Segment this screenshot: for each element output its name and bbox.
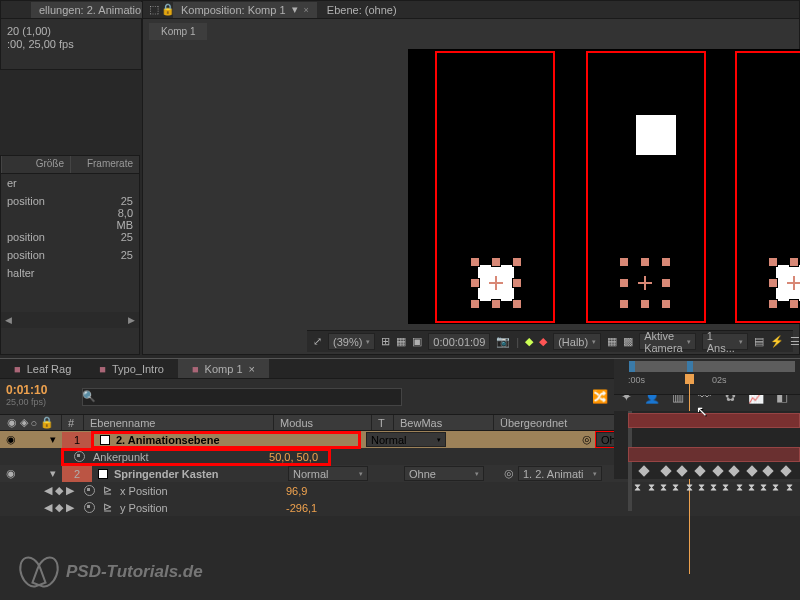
composition-panel: ⬚🔒 Komposition: Komp 1▾× Ebene: (ohne) K… [142, 0, 800, 355]
blend-mode-dropdown[interactable]: Normal▾ [366, 432, 446, 447]
timeline-tab-leaf[interactable]: ■Leaf Rag [0, 359, 85, 378]
grid-icon[interactable]: ⊞ [381, 333, 390, 351]
keyframe-icon[interactable] [660, 465, 671, 476]
anchor-point-icon[interactable] [489, 276, 503, 290]
fast-preview-icon[interactable]: ⚡ [770, 333, 784, 351]
project-row[interactable]: halter [1, 264, 139, 282]
project-columns: Größe Framerate [1, 156, 139, 174]
stopwatch-icon[interactable] [84, 485, 95, 496]
layer-bar[interactable] [628, 447, 800, 462]
lock-icon[interactable]: ⬚ [149, 3, 159, 16]
expression-icon[interactable]: ⊵ [103, 484, 112, 497]
twirl-icon[interactable]: ▾ [50, 433, 56, 446]
hold-keyframe-icon[interactable]: ⧗ [760, 483, 769, 494]
mask-icon[interactable]: ▣ [412, 333, 422, 351]
hold-keyframe-icon[interactable]: ⧗ [672, 483, 681, 494]
expand-icon[interactable]: ⤢ [313, 333, 322, 351]
property-value[interactable]: -296,1 [286, 502, 317, 514]
region-icon[interactable]: ▦ [607, 333, 617, 351]
layer-tab[interactable]: Ebene: (ohne) [319, 2, 405, 18]
comp-flowchart-icon[interactable]: 🔀 [590, 387, 610, 407]
twirl-icon[interactable]: ▾ [50, 467, 56, 480]
keyframe-icon[interactable] [638, 465, 649, 476]
keyframe-icon[interactable] [780, 465, 791, 476]
hold-keyframe-icon[interactable]: ⧗ [748, 483, 757, 494]
col-size[interactable]: Größe [1, 156, 70, 173]
composition-viewer[interactable] [408, 49, 800, 324]
hold-keyframe-icon[interactable]: ⧗ [634, 483, 643, 494]
hold-keyframe-icon[interactable]: ⧗ [686, 483, 695, 494]
timeline-tab-typo[interactable]: ■Typo_Intro [85, 359, 178, 378]
settings-panel: ellungen: 2. Animation× 20 (1,00) :00, 2… [0, 0, 142, 70]
search-input[interactable] [82, 388, 402, 406]
project-row[interactable]: position25 [1, 246, 139, 264]
keyframe-icon[interactable] [746, 465, 757, 476]
keyframe-icon[interactable] [676, 465, 687, 476]
scrollbar[interactable]: ◀▶ [1, 312, 139, 328]
timecode-display[interactable]: 0:00:01:09 [428, 333, 490, 350]
close-icon[interactable]: × [304, 5, 309, 15]
keyframe-icon[interactable] [762, 465, 773, 476]
camera-dropdown[interactable]: Aktive Kamera▾ [639, 333, 696, 350]
pixel-aspect-icon[interactable]: ▤ [754, 333, 764, 351]
scroll-right-icon[interactable]: ▶ [128, 315, 135, 325]
hold-keyframe-icon[interactable]: ⧗ [660, 483, 669, 494]
blend-mode-dropdown[interactable]: Normal▾ [288, 466, 368, 481]
layer-color-swatch[interactable] [100, 435, 110, 445]
timeline-tab-komp[interactable]: ■Komp 1× [178, 359, 269, 378]
layer-name[interactable]: 2. Animationsebene [116, 434, 220, 446]
transparency-grid-icon[interactable]: ▩ [623, 333, 633, 351]
track-matte-dropdown[interactable]: Ohne▾ [404, 466, 484, 481]
keyframe-icon[interactable] [712, 465, 723, 476]
channel-red-icon[interactable]: ◆ [539, 333, 547, 351]
zoom-dropdown[interactable]: (39%)▾ [328, 333, 375, 350]
keyframe-icon[interactable] [694, 465, 705, 476]
property-value[interactable]: 96,9 [286, 485, 307, 497]
resolution-dropdown[interactable]: (Halb)▾ [553, 333, 601, 350]
comp-name-tab[interactable]: Komp 1 [149, 23, 207, 40]
pin-icon[interactable]: 🔒 [161, 3, 175, 16]
watermark: PSD-Tutorials.de [20, 556, 203, 588]
property-name: Ankerpunkt [93, 451, 149, 463]
time-ruler[interactable]: :00s 02s [614, 359, 800, 395]
current-time[interactable]: 0:01:10 25,00 fps) [0, 379, 60, 414]
parent-dropdown[interactable]: 1. 2. Animati▾ [518, 466, 602, 481]
scroll-left-icon[interactable]: ◀ [5, 315, 12, 325]
close-icon[interactable]: × [249, 363, 255, 375]
camera-icon[interactable]: 📷 [496, 333, 510, 351]
hold-keyframe-icon[interactable]: ⧗ [710, 483, 719, 494]
project-row[interactable]: er [1, 174, 139, 192]
views-dropdown[interactable]: 1 Ans...▾ [702, 333, 748, 350]
hold-keyframe-icon[interactable]: ⧗ [648, 483, 657, 494]
butterfly-logo-icon [20, 556, 58, 588]
white-square [636, 115, 676, 155]
hold-keyframe-icon[interactable]: ⧗ [698, 483, 707, 494]
expression-icon[interactable]: ⊵ [103, 501, 112, 514]
project-row[interactable]: position25 [1, 228, 139, 246]
stopwatch-icon[interactable] [84, 502, 95, 513]
layer-bar[interactable] [628, 413, 800, 428]
project-row[interactable]: 8,0 MB [1, 210, 139, 228]
mouse-cursor-icon: ↖ [696, 403, 708, 419]
work-area-bar[interactable] [629, 361, 795, 372]
tab-dropdown-icon[interactable]: ▾ [292, 3, 298, 16]
channel-green-icon[interactable]: ◆ [525, 333, 533, 351]
anchor-point-icon[interactable] [638, 276, 652, 290]
settings-info: 20 (1,00) :00, 25,00 fps [1, 19, 141, 57]
hold-keyframe-icon[interactable]: ⧗ [772, 483, 781, 494]
col-framerate[interactable]: Framerate [70, 156, 139, 173]
hold-keyframe-icon[interactable]: ⧗ [786, 483, 795, 494]
hold-keyframe-icon[interactable]: ⧗ [736, 483, 745, 494]
keyframe-icon[interactable] [728, 465, 739, 476]
safe-areas-icon[interactable]: ▦ [396, 333, 406, 351]
layer-name: Springender Kasten [114, 468, 219, 480]
anchor-point-icon[interactable] [787, 276, 800, 290]
property-value[interactable]: 50,0, 50,0 [269, 451, 318, 463]
composition-tab[interactable]: Komposition: Komp 1▾× [173, 2, 317, 18]
timeline-icon[interactable]: ☰ [790, 333, 800, 351]
layer-color-swatch[interactable] [98, 469, 108, 479]
parent-pickwhip-icon[interactable]: ◎ [504, 467, 514, 480]
parent-pickwhip-icon[interactable]: ◎ [582, 433, 592, 446]
hold-keyframe-icon[interactable]: ⧗ [722, 483, 731, 494]
stopwatch-icon[interactable] [74, 451, 85, 462]
